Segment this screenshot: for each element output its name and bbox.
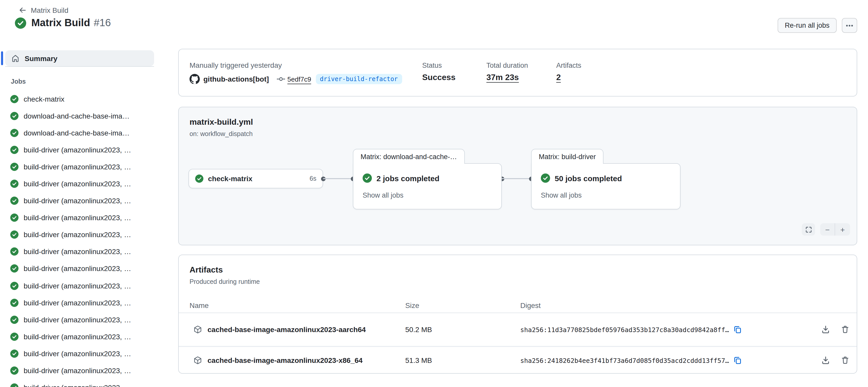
sidebar-job-item[interactable]: build-driver (amazonlinux2023, … [0,209,164,226]
job-label: build-driver (amazonlinux2023, … [24,366,131,375]
copy-icon[interactable] [734,325,742,334]
artifacts-subtitle: Produced during runtime [189,278,260,285]
sidebar-job-item[interactable]: build-driver (amazonlinux2023, … [0,277,164,294]
breadcrumb[interactable]: Matrix Build [19,6,68,14]
job-label: build-driver (amazonlinux2023, … [24,316,131,324]
artifact-name: cached-base-image-amazonlinux2023-x86_64 [208,356,363,364]
duration-value[interactable]: 37m 23s [486,73,528,82]
artifact-name-cell: cached-base-image-amazonlinux2023-x86_64 [194,356,363,364]
artifact-name-cell: cached-base-image-amazonlinux2023-aarch6… [194,325,366,334]
success-check-icon [10,163,19,171]
job-label: build-driver (amazonlinux2023, … [24,180,131,188]
success-check-icon [10,197,19,205]
artifact-row: cached-base-image-amazonlinux2023-aarch6… [179,313,857,346]
download-icon[interactable] [821,356,830,365]
zoom-out-button[interactable]: − [820,223,835,235]
success-check-icon [10,350,19,358]
zoom-in-button[interactable]: + [835,223,850,235]
success-check-icon [10,316,19,324]
success-check-icon [10,383,19,387]
sidebar-job-item[interactable]: build-driver (amazonlinux2023, … [0,175,164,192]
matrix-group-body[interactable]: 2 jobs completed Show all jobs [353,163,502,209]
job-label: build-driver (amazonlinux2023, … [24,350,131,358]
artifacts-title: Artifacts [189,265,223,275]
artifact-digest-cell: sha256:11d3a770825bdef05976ad353b127c8a3… [520,325,742,334]
success-check-icon [10,265,19,273]
success-check-icon [10,146,19,154]
node-label: check-matrix [208,174,252,183]
avatar[interactable] [189,74,200,84]
show-all-jobs-link[interactable]: Show all jobs [541,191,582,199]
status-label: Status [422,62,456,69]
actor-name[interactable]: github-actions[bot] [204,75,269,83]
node-duration: 6s [310,175,316,182]
sidebar-job-item[interactable]: build-driver (amazonlinux2023, … [0,192,164,209]
sidebar-job-item[interactable]: build-driver (amazonlinux2023, … [0,311,164,328]
show-all-jobs-link[interactable]: Show all jobs [363,191,403,199]
sidebar-job-item[interactable]: build-driver (amazonlinux2023, … [0,141,164,158]
sidebar-job-item[interactable]: build-driver (amazonlinux2023, … [0,362,164,379]
job-label: download-and-cache-base-ima… [24,111,129,120]
job-label: build-driver (amazonlinux2023, … [24,265,131,273]
more-options-button[interactable] [842,18,857,33]
sidebar-job-item[interactable]: check-matrix [0,90,164,107]
branch-badge[interactable]: driver-build-refactor [316,74,402,84]
job-label: build-driver (amazonlinux2023 [24,383,120,387]
artifact-actions [821,356,849,365]
workflow-trigger-line: on: workflow_dispatch [189,130,253,137]
column-header-digest: Digest [520,301,540,310]
success-check-icon [10,282,19,290]
connector-line [502,178,531,179]
zoom-control-group: − + [820,223,850,235]
run-number: #16 [94,17,111,29]
sidebar-job-item[interactable]: build-driver (amazonlinux2023, … [0,294,164,311]
job-node-check-matrix[interactable]: check-matrix 6s [188,169,323,188]
trash-icon[interactable] [841,356,849,365]
success-check-icon [10,231,19,239]
connector-line [323,178,353,179]
success-check-icon [15,17,26,29]
workflow-graph-card: matrix-build.yml on: workflow_dispatch c… [178,107,857,245]
fullscreen-icon [805,226,812,233]
copy-icon[interactable] [734,356,742,364]
selected-nav-accent-bar [1,51,3,65]
fullscreen-button[interactable] [802,223,815,235]
home-icon [11,54,20,62]
success-check-icon [10,214,19,222]
kebab-icon [845,21,854,30]
artifact-row: cached-base-image-amazonlinux2023-x86_64… [179,347,857,374]
sidebar-job-item[interactable]: build-driver (amazonlinux2023, … [0,158,164,175]
job-label: build-driver (amazonlinux2023, … [24,214,131,222]
git-commit-icon [277,75,285,83]
matrix-group-tab: Matrix: build-driver [531,149,603,164]
job-label: build-driver (amazonlinux2023, … [24,231,131,239]
commit-sha-link[interactable]: 5edf7c9 [287,75,311,83]
success-check-icon [10,95,19,103]
sidebar-item-summary[interactable]: Summary [5,50,154,66]
matrix-group-tab: Matrix: download-and-cache-… [353,149,465,164]
trash-icon[interactable] [841,325,849,334]
sidebar-job-item[interactable]: build-driver (amazonlinux2023, … [0,243,164,260]
artifact-actions [821,325,849,334]
sidebar-job-item[interactable]: download-and-cache-base-ima… [0,107,164,124]
status-value: Success [422,73,456,82]
sidebar-job-item[interactable]: build-driver (amazonlinux2023 [0,379,164,387]
success-check-icon [10,366,19,375]
job-label: download-and-cache-base-ima… [24,129,129,137]
success-check-icon [10,129,19,137]
success-check-icon [10,332,19,341]
success-check-icon [195,174,204,183]
sidebar-divider [5,66,154,67]
artifacts-count[interactable]: 2 [556,73,581,82]
sidebar-job-item[interactable]: build-driver (amazonlinux2023, … [0,328,164,345]
sidebar-job-item[interactable]: download-and-cache-base-ima… [0,124,164,141]
sidebar-job-item[interactable]: build-driver (amazonlinux2023, … [0,345,164,362]
sidebar-job-item[interactable]: build-driver (amazonlinux2023, … [0,260,164,277]
job-label: check-matrix [24,95,64,103]
duration-label: Total duration [486,62,528,69]
artifact-digest: sha256:2418262b4ee3f41bf73a6d7d085f0d35a… [520,356,729,364]
rerun-all-jobs-button[interactable]: Re-run all jobs [778,18,837,33]
sidebar-job-item[interactable]: build-driver (amazonlinux2023, … [0,226,164,243]
download-icon[interactable] [821,325,830,334]
matrix-group-body[interactable]: 50 jobs completed Show all jobs [531,163,681,209]
